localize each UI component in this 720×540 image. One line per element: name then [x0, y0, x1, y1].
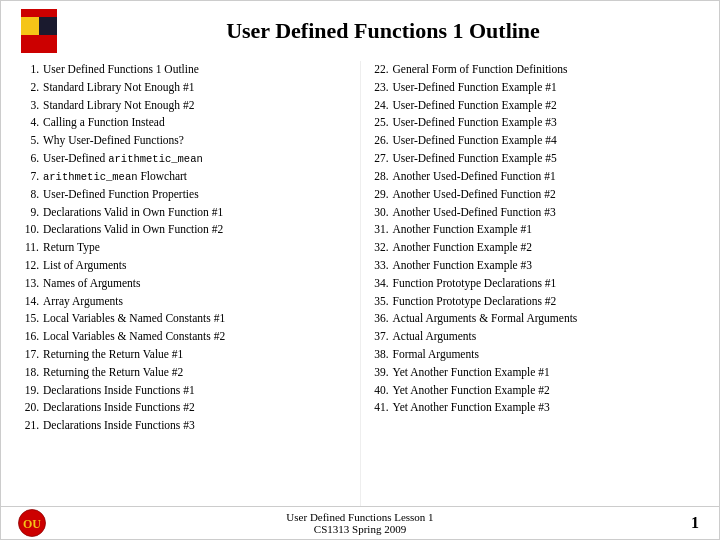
item-number: 24.	[367, 97, 393, 115]
item-number: 7.	[17, 168, 43, 186]
item-text: Names of Arguments	[43, 275, 354, 293]
list-item: 1.User Defined Functions 1 Outline	[17, 61, 354, 79]
list-item: 20.Declarations Inside Functions #2	[17, 399, 354, 417]
page-title: User Defined Functions 1 Outline	[67, 12, 699, 50]
list-item: 37.Actual Arguments	[367, 328, 704, 346]
mono-text: arithmetic_mean	[108, 153, 203, 165]
header-logo	[21, 9, 57, 53]
page-number: 1	[691, 514, 699, 532]
item-number: 4.	[17, 114, 43, 132]
item-number: 2.	[17, 79, 43, 97]
item-number: 41.	[367, 399, 393, 417]
list-item: 23.User-Defined Function Example #1	[367, 79, 704, 97]
item-text: Yet Another Function Example #1	[393, 364, 704, 382]
item-number: 34.	[367, 275, 393, 293]
list-item: 41.Yet Another Function Example #3	[367, 399, 704, 417]
list-item: 12.List of Arguments	[17, 257, 354, 275]
list-item: 29.Another Used-Defined Function #2	[367, 186, 704, 204]
item-text: Another Used-Defined Function #1	[393, 168, 704, 186]
footer-line1: User Defined Functions Lesson 1	[286, 511, 433, 523]
item-number: 17.	[17, 346, 43, 364]
item-text: General Form of Function Definitions	[393, 61, 704, 79]
item-number: 12.	[17, 257, 43, 275]
item-text: Another Used-Defined Function #2	[393, 186, 704, 204]
footer: OU User Defined Functions Lesson 1 CS131…	[1, 506, 719, 539]
item-text: Returning the Return Value #1	[43, 346, 354, 364]
list-item: 13.Names of Arguments	[17, 275, 354, 293]
item-number: 9.	[17, 204, 43, 222]
item-text: Local Variables & Named Constants #2	[43, 328, 354, 346]
item-number: 6.	[17, 150, 43, 168]
item-number: 1.	[17, 61, 43, 79]
list-item: 8.User-Defined Function Properties	[17, 186, 354, 204]
list-item: 22.General Form of Function Definitions	[367, 61, 704, 79]
item-text: Standard Library Not Enough #2	[43, 97, 354, 115]
list-item: 17.Returning the Return Value #1	[17, 346, 354, 364]
left-column: 1.User Defined Functions 1 Outline2.Stan…	[11, 61, 361, 506]
footer-logo: OU	[17, 508, 47, 538]
footer-text: User Defined Functions Lesson 1 CS1313 S…	[286, 511, 433, 535]
item-text: User-Defined Function Example #5	[393, 150, 704, 168]
item-number: 26.	[367, 132, 393, 150]
list-item: 27.User-Defined Function Example #5	[367, 150, 704, 168]
item-text: User-Defined Function Properties	[43, 186, 354, 204]
item-number: 33.	[367, 257, 393, 275]
item-text: Yet Another Function Example #3	[393, 399, 704, 417]
item-text: Declarations Valid in Own Function #1	[43, 204, 354, 222]
item-number: 8.	[17, 186, 43, 204]
item-text: Returning the Return Value #2	[43, 364, 354, 382]
item-text: Actual Arguments	[393, 328, 704, 346]
item-number: 30.	[367, 204, 393, 222]
item-number: 28.	[367, 168, 393, 186]
list-item: 34.Function Prototype Declarations #1	[367, 275, 704, 293]
item-number: 27.	[367, 150, 393, 168]
item-number: 29.	[367, 186, 393, 204]
list-item: 24.User-Defined Function Example #2	[367, 97, 704, 115]
item-number: 14.	[17, 293, 43, 311]
item-number: 36.	[367, 310, 393, 328]
item-text: Declarations Inside Functions #2	[43, 399, 354, 417]
list-item: 5.Why User-Defined Functions?	[17, 132, 354, 150]
list-item: 16.Local Variables & Named Constants #2	[17, 328, 354, 346]
item-text: Formal Arguments	[393, 346, 704, 364]
item-text: Local Variables & Named Constants #1	[43, 310, 354, 328]
item-text: Standard Library Not Enough #1	[43, 79, 354, 97]
item-text: Declarations Inside Functions #3	[43, 417, 354, 435]
item-text: User-Defined arithmetic_mean	[43, 150, 354, 168]
item-text: Another Function Example #1	[393, 221, 704, 239]
item-number: 19.	[17, 382, 43, 400]
list-item: 25.User-Defined Function Example #3	[367, 114, 704, 132]
item-text: arithmetic_mean Flowchart	[43, 168, 354, 186]
list-item: 9.Declarations Valid in Own Function #1	[17, 204, 354, 222]
item-text: Function Prototype Declarations #2	[393, 293, 704, 311]
list-item: 2.Standard Library Not Enough #1	[17, 79, 354, 97]
list-item: 40.Yet Another Function Example #2	[367, 382, 704, 400]
item-text: Array Arguments	[43, 293, 354, 311]
item-number: 39.	[367, 364, 393, 382]
list-item: 7.arithmetic_mean Flowchart	[17, 168, 354, 186]
item-number: 35.	[367, 293, 393, 311]
footer-line2: CS1313 Spring 2009	[286, 523, 433, 535]
list-item: 21.Declarations Inside Functions #3	[17, 417, 354, 435]
content-area: 1.User Defined Functions 1 Outline2.Stan…	[1, 57, 719, 506]
item-number: 37.	[367, 328, 393, 346]
item-text: Return Type	[43, 239, 354, 257]
item-text: Yet Another Function Example #2	[393, 382, 704, 400]
item-text: List of Arguments	[43, 257, 354, 275]
slide: User Defined Functions 1 Outline 1.User …	[0, 0, 720, 540]
item-text: User-Defined Function Example #2	[393, 97, 704, 115]
item-text: Actual Arguments & Formal Arguments	[393, 310, 704, 328]
list-item: 10.Declarations Valid in Own Function #2	[17, 221, 354, 239]
item-text: Function Prototype Declarations #1	[393, 275, 704, 293]
list-item: 38.Formal Arguments	[367, 346, 704, 364]
item-text: Another Function Example #2	[393, 239, 704, 257]
item-number: 23.	[367, 79, 393, 97]
item-number: 22.	[367, 61, 393, 79]
item-text: User Defined Functions 1 Outline	[43, 61, 354, 79]
svg-text:OU: OU	[23, 517, 41, 531]
item-text: User-Defined Function Example #4	[393, 132, 704, 150]
item-number: 32.	[367, 239, 393, 257]
item-number: 18.	[17, 364, 43, 382]
mono-text: arithmetic_mean	[43, 171, 138, 183]
item-text: Another Used-Defined Function #3	[393, 204, 704, 222]
